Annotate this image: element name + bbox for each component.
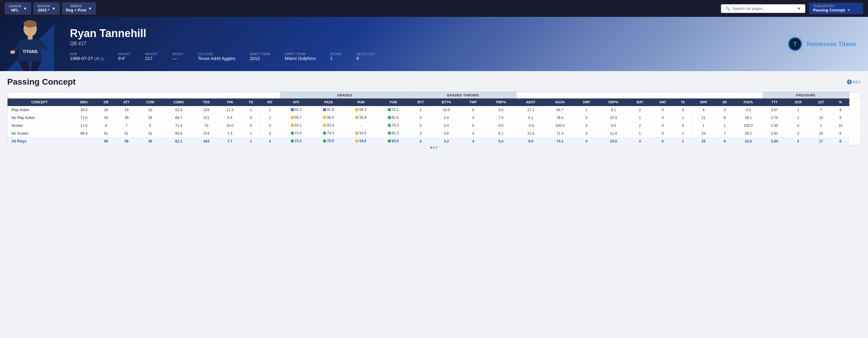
ypa-cell: 7.7 [218,137,242,145]
selection-value: 8 [356,56,375,61]
concept-cell: Screen [8,122,71,130]
hat-cell: 0 [651,137,674,145]
col-concept: CONCEPT [8,99,71,106]
league-arrow-icon: ▼ [23,6,27,11]
speed-label: SPEED [173,53,183,56]
ta-cell: 0 [674,122,692,130]
weight-label: WEIGHT [145,53,158,56]
draft-year-label: DRAFT YEAR [250,53,270,56]
weight-value: 217 [145,56,158,61]
col-twp-pct: TWP% [486,99,517,106]
table-row: Play Action 29.0 20 19 10 52.6 233 12.3 … [8,106,861,114]
com-cell: 10 [137,106,163,114]
scr-cell: 3 [786,130,810,137]
speed-attr: SPEED — [173,53,183,61]
svg-point-2 [24,20,37,27]
svg-point-5 [10,50,15,54]
player-name: Ryan Tannehill [70,27,766,40]
first-cell: 17 [810,137,832,145]
col-td: TD [242,99,260,106]
draft-team-value: Miami Dolphins [285,56,316,61]
hat-cell: 0 [651,130,674,137]
group-header-row: GRADES GRADED THROWS PRESSURE [8,92,861,99]
sk-cell: 8 [715,114,734,122]
drp-pct-cell: 11.4 [598,130,628,137]
drp-pct-cell: 0.0 [598,122,628,130]
column-header-row: CONCEPT DB% DB ATT COM COM% YDS YPA TD I… [8,99,861,106]
drp-pct-cell: 9.1 [598,106,628,114]
att-cell: 39 [116,114,137,122]
svg-rect-3 [28,35,33,39]
btt-pct-cell: 0.0 [432,114,461,122]
col-fum: FUM [377,99,409,106]
scroll-dot-1 [430,147,432,148]
col-sk: SK [715,99,734,106]
dpr-cell: 21 [692,114,715,122]
concept-cell: No Screen [8,130,71,137]
draft-year-value: 2012 [250,56,270,61]
college-attr: COLLEGE Texas A&M Aggies [198,53,235,61]
team-report-button[interactable]: TEAM REPORT Passing Concept ▼ [809,3,863,14]
grade-cell: 83.0 [377,137,409,145]
concept-cell: No Play Action [8,114,71,122]
int-cell: 1 [260,106,280,114]
height-attr: HEIGHT 6'4" [118,53,130,61]
col-hat: HAT [651,99,674,106]
db-pct-cell: 71.0 [71,114,96,122]
season-arrow-icon: ▼ [52,6,56,11]
weeks-dropdown[interactable]: WEEKS Reg + Post ▼ [62,2,96,14]
p2s-pct-cell: 0.0 [734,106,763,114]
adot-cell: 9.5 [516,137,545,145]
empty-header-3 [849,92,860,99]
db-cell: 20 [97,106,116,114]
adot-cell: 17.1 [516,106,545,114]
height-value: 6'4" [118,56,130,61]
yds-cell: 70 [195,122,218,130]
int-cell: 3 [260,130,280,137]
bat-cell: 1 [628,130,651,137]
yds-cell: 233 [195,106,218,114]
team-logo-area: T Tennessee Titans [776,30,868,59]
n-cell: 9 [832,106,849,114]
key-button[interactable]: ? KEY [847,79,861,84]
db-cell: 69 [97,137,116,145]
table-row: Screen 11.6 8 7 5 71.4 70 10.0 0 0 53.1 … [8,122,861,130]
grade-cell: 74.0 [280,130,312,137]
team-logo: T [788,37,802,51]
empty-header-2 [516,92,763,99]
bat-cell: 1 [628,114,651,122]
season-dropdown[interactable]: SEASON 2023 * ▼ [33,2,60,14]
ypa-cell: 5.4 [218,114,242,122]
td-cell: 1 [242,130,260,137]
table-row: No Screen 88.4 61 51 31 60.8 374 7.3 1 3… [8,130,861,137]
grade-cell: 58.3 [345,106,377,114]
db-cell: 49 [97,114,116,122]
ypa-cell: 7.3 [218,130,242,137]
col-drp: DRP [575,99,598,106]
col-db: DB [97,99,116,106]
league-dropdown[interactable]: LEAGUE NFL ▼ [5,2,31,14]
btt-cell: 0 [409,122,432,130]
grade-cell: 92.2 [280,106,312,114]
grade-cell: 72.2 [280,137,312,145]
weeks-label: WEEKS [66,4,87,8]
col-scr: SCR [786,99,810,106]
player-figure-svg: TITANS [6,19,54,71]
draft-team-attr: DRAFT TEAM Miami Dolphins [285,53,316,61]
grade-cell: 53.4 [312,122,344,130]
college-label: COLLEGE [198,53,235,56]
player-search-bar[interactable]: 🔍 Search for player... ▼ [721,4,805,13]
bat-cell: 2 [628,106,651,114]
adj-pct-cell: 74.1 [545,137,575,145]
td-cell: 1 [242,106,260,114]
twp-cell: 4 [461,114,485,122]
scroll-hint [7,145,861,150]
selection-attr: SELECTION 8 [356,53,375,61]
adj-pct-cell: 100.0 [545,122,575,130]
team-name: Tennessee Titans [806,41,856,47]
league-label: LEAGUE [9,4,22,8]
com-pct-cell: 60.8 [163,130,194,137]
col-twp: TWP [461,99,485,106]
section-title: Passing Concept [7,77,76,87]
round-value: 1 [330,56,342,61]
